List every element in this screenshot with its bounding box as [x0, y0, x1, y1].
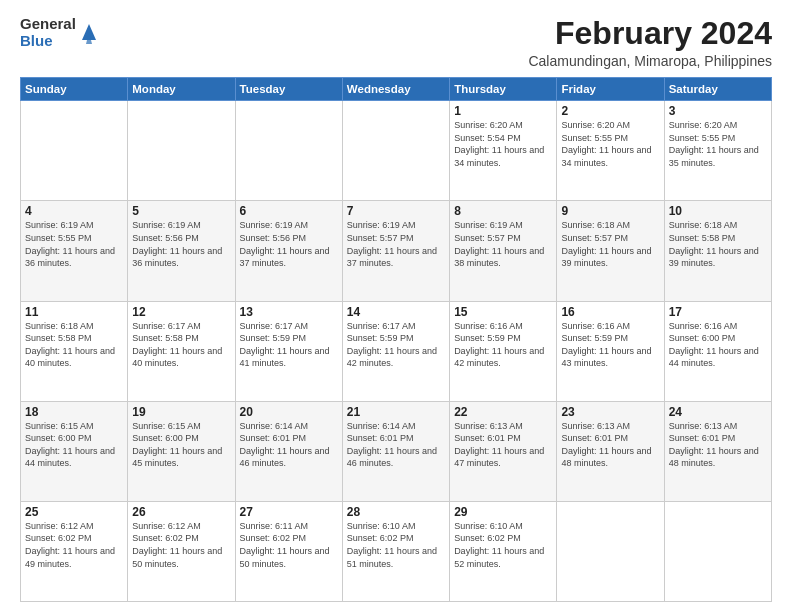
day-info: Sunrise: 6:16 AM Sunset: 5:59 PM Dayligh…: [454, 320, 552, 370]
calendar-cell: 20Sunrise: 6:14 AM Sunset: 6:01 PM Dayli…: [235, 401, 342, 501]
weekday-header: Wednesday: [342, 78, 449, 101]
calendar-cell: [557, 501, 664, 601]
calendar-cell: [21, 101, 128, 201]
calendar-cell: 12Sunrise: 6:17 AM Sunset: 5:58 PM Dayli…: [128, 301, 235, 401]
day-info: Sunrise: 6:19 AM Sunset: 5:56 PM Dayligh…: [132, 219, 230, 269]
calendar-cell: [128, 101, 235, 201]
day-number: 16: [561, 305, 659, 319]
calendar-cell: 11Sunrise: 6:18 AM Sunset: 5:58 PM Dayli…: [21, 301, 128, 401]
day-info: Sunrise: 6:15 AM Sunset: 6:00 PM Dayligh…: [132, 420, 230, 470]
day-info: Sunrise: 6:19 AM Sunset: 5:55 PM Dayligh…: [25, 219, 123, 269]
calendar-cell: 4Sunrise: 6:19 AM Sunset: 5:55 PM Daylig…: [21, 201, 128, 301]
calendar-header-row: SundayMondayTuesdayWednesdayThursdayFrid…: [21, 78, 772, 101]
calendar-table: SundayMondayTuesdayWednesdayThursdayFrid…: [20, 77, 772, 602]
day-number: 24: [669, 405, 767, 419]
weekday-header: Saturday: [664, 78, 771, 101]
logo-general-text: General: [20, 16, 76, 33]
day-info: Sunrise: 6:12 AM Sunset: 6:02 PM Dayligh…: [132, 520, 230, 570]
day-info: Sunrise: 6:15 AM Sunset: 6:00 PM Dayligh…: [25, 420, 123, 470]
day-number: 22: [454, 405, 552, 419]
day-info: Sunrise: 6:14 AM Sunset: 6:01 PM Dayligh…: [240, 420, 338, 470]
day-info: Sunrise: 6:11 AM Sunset: 6:02 PM Dayligh…: [240, 520, 338, 570]
calendar-cell: 26Sunrise: 6:12 AM Sunset: 6:02 PM Dayli…: [128, 501, 235, 601]
calendar-cell: 13Sunrise: 6:17 AM Sunset: 5:59 PM Dayli…: [235, 301, 342, 401]
location-title: Calamundingan, Mimaropa, Philippines: [528, 53, 772, 69]
day-info: Sunrise: 6:17 AM Sunset: 5:59 PM Dayligh…: [240, 320, 338, 370]
calendar-week-row: 18Sunrise: 6:15 AM Sunset: 6:00 PM Dayli…: [21, 401, 772, 501]
day-info: Sunrise: 6:10 AM Sunset: 6:02 PM Dayligh…: [347, 520, 445, 570]
weekday-header: Friday: [557, 78, 664, 101]
day-number: 4: [25, 204, 123, 218]
day-number: 10: [669, 204, 767, 218]
day-info: Sunrise: 6:16 AM Sunset: 6:00 PM Dayligh…: [669, 320, 767, 370]
calendar-cell: [664, 501, 771, 601]
logo-blue-text: Blue: [20, 33, 76, 50]
calendar-cell: [342, 101, 449, 201]
day-number: 1: [454, 104, 552, 118]
day-info: Sunrise: 6:13 AM Sunset: 6:01 PM Dayligh…: [561, 420, 659, 470]
calendar-cell: 3Sunrise: 6:20 AM Sunset: 5:55 PM Daylig…: [664, 101, 771, 201]
day-info: Sunrise: 6:19 AM Sunset: 5:56 PM Dayligh…: [240, 219, 338, 269]
calendar-cell: 6Sunrise: 6:19 AM Sunset: 5:56 PM Daylig…: [235, 201, 342, 301]
weekday-header: Tuesday: [235, 78, 342, 101]
title-block: February 2024 Calamundingan, Mimaropa, P…: [528, 16, 772, 69]
day-info: Sunrise: 6:20 AM Sunset: 5:54 PM Dayligh…: [454, 119, 552, 169]
day-number: 8: [454, 204, 552, 218]
calendar-cell: 8Sunrise: 6:19 AM Sunset: 5:57 PM Daylig…: [450, 201, 557, 301]
day-number: 19: [132, 405, 230, 419]
day-info: Sunrise: 6:12 AM Sunset: 6:02 PM Dayligh…: [25, 520, 123, 570]
day-number: 23: [561, 405, 659, 419]
day-number: 9: [561, 204, 659, 218]
day-number: 13: [240, 305, 338, 319]
weekday-header: Thursday: [450, 78, 557, 101]
day-info: Sunrise: 6:18 AM Sunset: 5:57 PM Dayligh…: [561, 219, 659, 269]
calendar-cell: 28Sunrise: 6:10 AM Sunset: 6:02 PM Dayli…: [342, 501, 449, 601]
day-info: Sunrise: 6:16 AM Sunset: 5:59 PM Dayligh…: [561, 320, 659, 370]
day-info: Sunrise: 6:20 AM Sunset: 5:55 PM Dayligh…: [669, 119, 767, 169]
day-info: Sunrise: 6:17 AM Sunset: 5:58 PM Dayligh…: [132, 320, 230, 370]
calendar-cell: 15Sunrise: 6:16 AM Sunset: 5:59 PM Dayli…: [450, 301, 557, 401]
day-number: 3: [669, 104, 767, 118]
weekday-header: Monday: [128, 78, 235, 101]
logo-icon: [80, 22, 98, 44]
calendar-week-row: 11Sunrise: 6:18 AM Sunset: 5:58 PM Dayli…: [21, 301, 772, 401]
day-number: 6: [240, 204, 338, 218]
day-info: Sunrise: 6:19 AM Sunset: 5:57 PM Dayligh…: [347, 219, 445, 269]
day-number: 7: [347, 204, 445, 218]
day-number: 20: [240, 405, 338, 419]
page-header: General Blue February 2024 Calamundingan…: [20, 16, 772, 69]
day-info: Sunrise: 6:18 AM Sunset: 5:58 PM Dayligh…: [669, 219, 767, 269]
calendar-cell: 2Sunrise: 6:20 AM Sunset: 5:55 PM Daylig…: [557, 101, 664, 201]
month-title: February 2024: [528, 16, 772, 51]
calendar-cell: 23Sunrise: 6:13 AM Sunset: 6:01 PM Dayli…: [557, 401, 664, 501]
calendar-week-row: 25Sunrise: 6:12 AM Sunset: 6:02 PM Dayli…: [21, 501, 772, 601]
day-number: 15: [454, 305, 552, 319]
logo: General Blue: [20, 16, 98, 49]
day-number: 25: [25, 505, 123, 519]
day-number: 18: [25, 405, 123, 419]
calendar-cell: 19Sunrise: 6:15 AM Sunset: 6:00 PM Dayli…: [128, 401, 235, 501]
day-number: 21: [347, 405, 445, 419]
calendar-cell: 22Sunrise: 6:13 AM Sunset: 6:01 PM Dayli…: [450, 401, 557, 501]
calendar-cell: 21Sunrise: 6:14 AM Sunset: 6:01 PM Dayli…: [342, 401, 449, 501]
day-info: Sunrise: 6:18 AM Sunset: 5:58 PM Dayligh…: [25, 320, 123, 370]
day-info: Sunrise: 6:13 AM Sunset: 6:01 PM Dayligh…: [669, 420, 767, 470]
calendar-cell: 9Sunrise: 6:18 AM Sunset: 5:57 PM Daylig…: [557, 201, 664, 301]
day-number: 2: [561, 104, 659, 118]
day-number: 29: [454, 505, 552, 519]
day-number: 11: [25, 305, 123, 319]
day-info: Sunrise: 6:13 AM Sunset: 6:01 PM Dayligh…: [454, 420, 552, 470]
day-info: Sunrise: 6:19 AM Sunset: 5:57 PM Dayligh…: [454, 219, 552, 269]
day-number: 27: [240, 505, 338, 519]
day-info: Sunrise: 6:20 AM Sunset: 5:55 PM Dayligh…: [561, 119, 659, 169]
calendar-cell: 10Sunrise: 6:18 AM Sunset: 5:58 PM Dayli…: [664, 201, 771, 301]
day-info: Sunrise: 6:17 AM Sunset: 5:59 PM Dayligh…: [347, 320, 445, 370]
calendar-cell: 29Sunrise: 6:10 AM Sunset: 6:02 PM Dayli…: [450, 501, 557, 601]
day-number: 14: [347, 305, 445, 319]
calendar-cell: 16Sunrise: 6:16 AM Sunset: 5:59 PM Dayli…: [557, 301, 664, 401]
calendar-cell: 14Sunrise: 6:17 AM Sunset: 5:59 PM Dayli…: [342, 301, 449, 401]
calendar-week-row: 1Sunrise: 6:20 AM Sunset: 5:54 PM Daylig…: [21, 101, 772, 201]
day-number: 17: [669, 305, 767, 319]
calendar-cell: 18Sunrise: 6:15 AM Sunset: 6:00 PM Dayli…: [21, 401, 128, 501]
calendar-cell: [235, 101, 342, 201]
